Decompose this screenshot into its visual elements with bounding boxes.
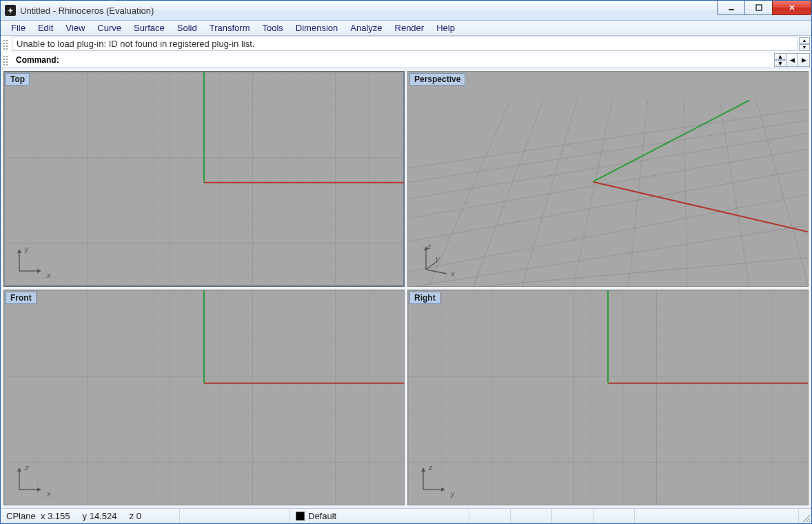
viewport-top[interactable]: Top [3,71,405,287]
minimize-icon [727,3,735,12]
viewport-label-perspective[interactable]: Perspective [409,73,465,85]
viewport-front[interactable]: Front x z [3,290,405,505]
menu-curve[interactable]: Curve [91,21,128,34]
titlebar: ✦ Untitled - Rhinoceros (Evaluation) [1,1,811,21]
menu-view[interactable]: View [59,21,91,34]
status-coordinates[interactable]: CPlane x 3.155 y 14.524 z 0 [1,509,180,523]
menu-help[interactable]: Help [430,21,461,34]
axis-v-label: z [429,463,433,472]
svg-marker-8 [17,249,21,253]
layer-color-swatch [296,512,305,521]
resize-grip-icon[interactable] [799,509,811,523]
viewport-label-right[interactable]: Right [409,292,440,304]
history-scroll-down-button[interactable]: ▼ [799,44,810,51]
svg-rect-10 [408,72,808,286]
menu-file[interactable]: File [5,21,32,34]
status-units[interactable] [180,509,290,523]
svg-rect-0 [729,9,734,10]
viewport-top-grid [4,72,404,286]
status-pane-1[interactable] [469,509,511,523]
toolbar-grip-icon[interactable] [2,54,9,66]
menu-tools[interactable]: Tools [256,21,289,34]
menubar: File Edit View Curve Surface Solid Trans… [1,21,811,36]
viewport-label-front[interactable]: Front [6,292,37,304]
axis-v-label: z [25,463,29,472]
status-pane-2[interactable] [511,509,552,523]
axis-indicator-icon [416,242,452,278]
viewport-perspective-grid [408,72,808,286]
viewport-perspective[interactable]: Perspective [407,71,809,287]
maximize-button[interactable] [744,1,773,15]
coord-z-value: 0 [136,511,141,521]
status-pane-4[interactable] [593,509,635,523]
command-history-line: Unable to load plug-in: ID not found in … [12,37,798,51]
axis-indicator-icon [12,245,45,278]
menu-transform[interactable]: Transform [203,21,256,34]
command-recent-up-button[interactable]: ▲ [774,53,786,60]
minimize-button[interactable] [717,1,745,15]
viewport-front-grid [4,290,404,505]
status-pane-3[interactable] [552,509,593,523]
viewport-label-top[interactable]: Top [6,73,30,85]
window-controls [718,1,811,15]
viewport-right-grid [408,290,808,505]
coord-y-label: y [83,511,88,521]
axis-h-label: y [451,490,455,498]
axis-v-label: z [427,242,432,250]
command-area: Unable to load plug-in: ID not found in … [1,36,811,68]
command-prompt-label[interactable]: Command: [12,54,772,66]
close-button[interactable] [772,1,811,15]
coord-x-label: x [41,511,45,521]
close-icon [788,3,796,12]
axis-h-label: x [47,490,51,498]
layer-name: Default [308,511,336,521]
coord-z-label: z [130,511,134,521]
status-spacer [635,509,799,523]
cplane-label: CPlane [6,511,36,521]
app-icon: ✦ [5,5,16,16]
axis-h-label: x [451,270,455,278]
svg-marker-46 [441,487,445,492]
menu-dimension[interactable]: Dimension [290,21,344,34]
command-recent-down-button[interactable]: ▼ [774,60,786,67]
axis-v-label: y [25,245,29,253]
statusbar: CPlane x 3.155 y 14.524 z 0 Default [1,508,811,523]
menu-analyze[interactable]: Analyze [344,21,388,34]
coord-x-value: 3.155 [48,511,70,521]
svg-marker-45 [421,467,425,472]
svg-rect-1 [756,5,762,10]
viewport-container: Top [1,68,811,508]
menu-solid[interactable]: Solid [171,21,203,34]
menu-render[interactable]: Render [389,21,431,34]
window-title: Untitled - Rhinoceros (Evaluation) [20,6,154,16]
status-layer[interactable]: Default [290,509,469,523]
toolbar-grip-icon[interactable] [2,39,9,50]
menu-edit[interactable]: Edit [32,21,59,34]
command-history-prev-button[interactable]: ◀ [786,53,798,67]
axis-d-label: y [436,254,440,263]
svg-marker-39 [37,487,41,492]
command-history-next-button[interactable]: ▶ [798,53,810,67]
axis-indicator-icon [416,463,449,496]
viewport-right[interactable]: Right y z [407,290,809,505]
history-scroll-up-button[interactable]: ▲ [799,37,810,44]
svg-marker-38 [17,467,21,472]
axis-h-label: x [47,271,51,279]
command-nav: ▲ ▼ ◀ ▶ [775,53,810,67]
coord-y-value: 14.524 [90,511,117,521]
maximize-icon [755,3,763,12]
svg-marker-9 [37,269,41,273]
history-scroll: ▲ ▼ [799,37,810,51]
menu-surface[interactable]: Surface [128,21,171,34]
svg-line-30 [426,270,447,274]
axis-indicator-icon [12,463,45,496]
